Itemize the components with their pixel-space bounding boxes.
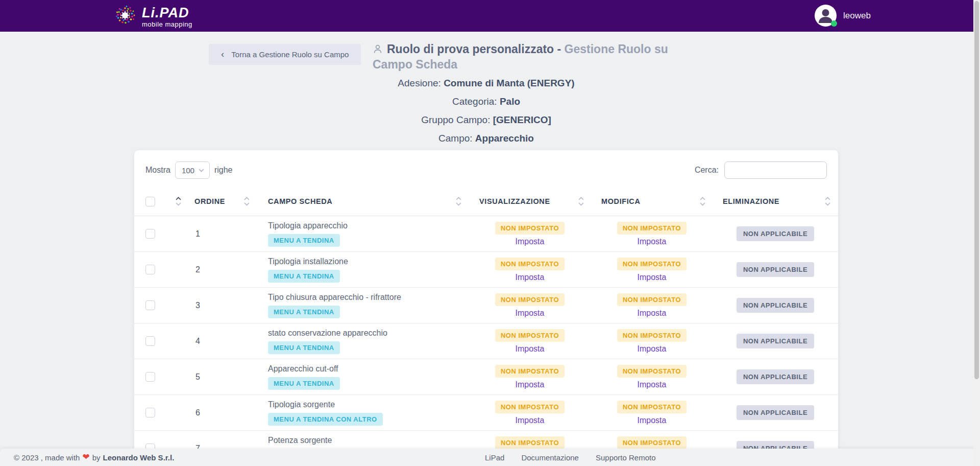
vertical-scrollbar[interactable] <box>973 0 980 466</box>
imposta-link[interactable]: Imposta <box>516 237 545 246</box>
imposta-link[interactable]: Imposta <box>638 344 667 354</box>
scrollbar-thumb[interactable] <box>974 1 979 379</box>
eliminazione-status-badge: NON APPLICABILE <box>737 262 814 277</box>
row-checkbox[interactable] <box>145 265 155 274</box>
ordine-cell: 2 <box>185 252 257 288</box>
sort-control[interactable] <box>700 197 705 206</box>
ordine-cell: 6 <box>185 395 257 431</box>
search-control: Cerca: <box>695 161 827 179</box>
table-card: Mostra 100 righe Cerca: <box>134 150 838 466</box>
table-row: 6 Tipologia sorgente MENU A TENDINA CON … <box>134 395 838 431</box>
campo-tipo-badge: MENU A TENDINA <box>268 341 340 354</box>
imposta-link[interactable]: Imposta <box>638 237 667 246</box>
campo-tipo-badge: MENU A TENDINA <box>268 377 340 390</box>
campo-name: Apparecchio cut-off <box>268 364 469 374</box>
logo-title: Li.PAD <box>142 6 192 20</box>
imposta-link[interactable]: Imposta <box>516 309 545 318</box>
row-checkbox[interactable] <box>145 372 155 382</box>
table-row: 3 Tipo chiusura apparecchio - rifrattore… <box>134 288 838 323</box>
row-checkbox[interactable] <box>145 229 155 239</box>
modifica-status-badge: NON IMPOSTATO <box>617 222 687 235</box>
imposta-link[interactable]: Imposta <box>516 273 545 282</box>
imposta-link[interactable]: Imposta <box>638 380 667 389</box>
footer-link-lipad[interactable]: LiPad <box>485 453 504 462</box>
footer-copyright: © 2023 , made with ❤ by Leonardo Web S.r… <box>14 453 174 462</box>
logo-starburst-icon <box>113 4 137 30</box>
col-ordine[interactable]: ORDINE <box>194 197 225 205</box>
modifica-status-badge: NON IMPOSTATO <box>617 293 687 306</box>
modifica-status-badge: NON IMPOSTATO <box>617 329 687 342</box>
search-label: Cerca: <box>695 166 719 175</box>
visualizzazione-status-badge: NON IMPOSTATO <box>495 436 565 449</box>
app-logo[interactable]: Li.PAD mobile mapping <box>113 4 192 30</box>
campo-name: Tipo chiusura apparecchio - rifrattore <box>268 293 469 302</box>
meta-categoria: Categoria: Palo <box>134 96 838 107</box>
modifica-status-badge: NON IMPOSTATO <box>617 365 687 378</box>
imposta-link[interactable]: Imposta <box>516 380 545 389</box>
visualizzazione-status-badge: NON IMPOSTATO <box>495 365 565 378</box>
imposta-link[interactable]: Imposta <box>638 416 667 425</box>
col-modifica[interactable]: MODIFICA <box>601 197 641 205</box>
page-size-select[interactable]: 100 <box>175 161 210 179</box>
col-visualizzazione[interactable]: VISUALIZZAZIONE <box>479 197 550 205</box>
username-label: leoweb <box>843 11 871 21</box>
row-checkbox[interactable] <box>145 408 155 417</box>
campo-name: stato conservazione apparecchio <box>268 329 469 338</box>
imposta-link[interactable]: Imposta <box>638 273 667 282</box>
meta-gruppo-campo: Gruppo Campo: [GENERICO] <box>134 114 838 126</box>
ordine-cell: 5 <box>185 359 257 395</box>
campo-tipo-badge: MENU A TENDINA <box>268 306 340 318</box>
chevron-left-icon: ‹ <box>221 49 224 59</box>
footer-link-documentazione[interactable]: Documentazione <box>521 453 579 462</box>
col-eliminazione[interactable]: ELIMINAZIONE <box>723 197 779 205</box>
chevron-down-icon <box>199 169 204 172</box>
eliminazione-status-badge: NON APPLICABILE <box>737 226 814 241</box>
user-menu[interactable]: leoweb <box>815 5 871 27</box>
sort-control[interactable] <box>176 197 181 206</box>
table-row: 4 stato conservazione apparecchio MENU A… <box>134 323 838 359</box>
imposta-link[interactable]: Imposta <box>638 309 667 318</box>
online-status-dot <box>831 20 837 27</box>
sort-control[interactable] <box>456 197 461 206</box>
sort-desc-icon <box>176 202 181 206</box>
top-bar: Li.PAD mobile mapping leoweb <box>0 0 980 32</box>
table-row: 5 Apparecchio cut-off MENU A TENDINA NON… <box>134 359 838 395</box>
page-title: Ruolo di prova personalizzato - Gestione… <box>373 42 703 72</box>
row-checkbox[interactable] <box>145 300 155 310</box>
footer-link-supporto-remoto[interactable]: Supporto Remoto <box>596 453 656 462</box>
select-all-checkbox[interactable] <box>145 197 155 206</box>
back-button[interactable]: ‹ Torna a Gestione Ruolo su Campo <box>209 44 361 65</box>
imposta-link[interactable]: Imposta <box>516 344 545 354</box>
search-input[interactable] <box>724 161 827 179</box>
heart-icon: ❤ <box>82 453 89 461</box>
ordine-cell: 4 <box>185 323 257 359</box>
avatar[interactable] <box>815 5 837 27</box>
user-role-icon <box>373 43 383 57</box>
page-size-control: Mostra 100 righe <box>145 161 233 179</box>
col-campo-scheda[interactable]: CAMPO SCHEDA <box>268 197 332 205</box>
campo-tipo-badge: MENU A TENDINA CON ALTRO <box>268 413 383 426</box>
campo-name: Tipologia installazione <box>268 257 469 266</box>
campo-tipo-badge: MENU A TENDINA <box>268 270 340 283</box>
sort-asc-icon <box>176 197 181 200</box>
visualizzazione-status-badge: NON IMPOSTATO <box>495 293 565 306</box>
sort-control[interactable] <box>825 197 830 206</box>
meta-campo: Campo: Apparecchio <box>134 133 838 144</box>
visualizzazione-status-badge: NON IMPOSTATO <box>495 401 565 413</box>
campo-name: Tipologia apparecchio <box>268 221 469 230</box>
campi-table: ORDINE CAMPO SCHEDA <box>134 187 838 466</box>
table-header-row: ORDINE CAMPO SCHEDA <box>134 187 838 216</box>
rows-label: righe <box>214 166 233 175</box>
eliminazione-status-badge: NON APPLICABILE <box>737 334 814 348</box>
campo-name: Tipologia sorgente <box>268 400 469 409</box>
modifica-status-badge: NON IMPOSTATO <box>617 401 687 413</box>
row-checkbox[interactable] <box>145 336 155 346</box>
back-button-label: Torna a Gestione Ruolo su Campo <box>231 50 349 59</box>
modifica-status-badge: NON IMPOSTATO <box>617 258 687 270</box>
sort-control[interactable] <box>244 197 250 206</box>
footer-company: Leonardo Web S.r.l. <box>103 453 175 462</box>
logo-subtitle: mobile mapping <box>142 21 192 28</box>
meta-adesione: Adesione: Comune di Manta (ENERGY) <box>134 78 838 89</box>
imposta-link[interactable]: Imposta <box>516 416 545 425</box>
sort-control[interactable] <box>578 197 584 206</box>
